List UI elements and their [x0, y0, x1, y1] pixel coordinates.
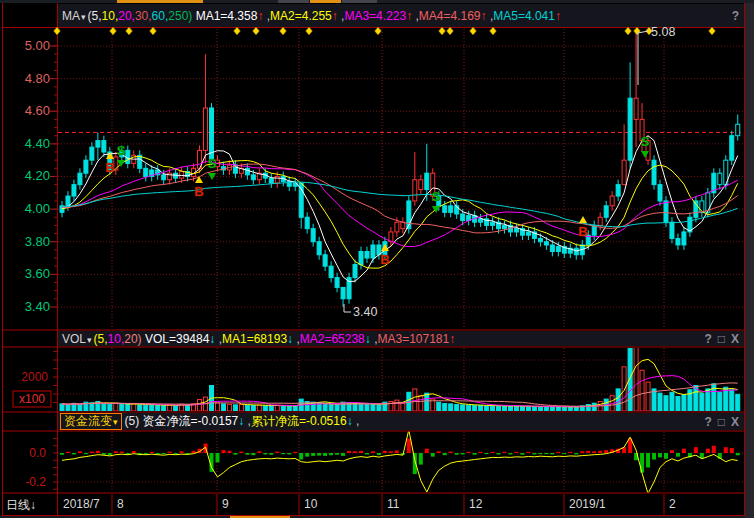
header-text-segment: , — [293, 332, 300, 346]
toolbar-edge-strip — [0, 0, 754, 3]
svg-text:0.0: 0.0 — [29, 446, 46, 460]
time-axis-label: 2018/7 — [63, 497, 100, 511]
time-axis-label: 8 — [117, 497, 124, 511]
moneyflow-selector-button[interactable]: 资金流变▾ — [60, 413, 122, 430]
maximize-icon[interactable]: □ — [718, 415, 725, 429]
toolbar-edge-segment — [117, 0, 203, 3]
ma-values-text: (5,10,20,30,60,250) MA1=4.358↑ ,MA2=4.25… — [88, 9, 561, 23]
header-text-segment: 10, — [108, 332, 125, 346]
header-text-segment: 10, — [102, 9, 119, 23]
moneyflow-indicator-header: 资金流变▾ (5) 资金净流=-0.0157↓ ,累计净流=-0.0516↓ ,… — [58, 413, 744, 430]
svg-text:4.20: 4.20 — [25, 168, 50, 183]
chevron-down-icon: ▾ — [87, 335, 92, 345]
header-text-segment: 20) — [124, 332, 145, 346]
time-axis-label: 12 — [469, 497, 482, 511]
help-icon[interactable]: ? — [704, 415, 711, 429]
main-indicator-header: MA▾ (5,10,20,30,60,250) MA1=4.358↑ ,MA2=… — [58, 4, 744, 27]
header-text-segment: (5, — [94, 332, 108, 346]
toolbar-edge-segment — [278, 0, 309, 3]
close-icon[interactable]: X — [731, 332, 739, 346]
toolbar-edge-segment — [310, 0, 341, 3]
buy-marker: B — [578, 224, 587, 239]
header-text-segment: 累计净流=-0.0516 — [251, 414, 347, 428]
toolbar-edge-segment — [342, 0, 377, 3]
arrow-down-icon: ↓ — [30, 498, 36, 512]
close-icon[interactable]: X — [731, 415, 739, 429]
moneyflow-values-text: (5) 资金净流=-0.0157↓ ,累计净流=-0.0516↓ , — [125, 413, 360, 430]
header-text-segment: VOL=39484 — [145, 332, 209, 346]
buy-marker: B — [380, 252, 389, 267]
header-text-segment: MA2=65238 — [300, 332, 365, 346]
header-text-segment: 20, — [118, 9, 135, 23]
header-text-segment: 250) — [168, 9, 195, 23]
svg-text:-0.2: -0.2 — [25, 475, 46, 489]
time-axis: 日线↓ 2018/7891011122019/12 — [0, 494, 754, 516]
chevron-down-icon: ▾ — [81, 12, 86, 22]
svg-text:4.80: 4.80 — [25, 71, 50, 86]
header-text-segment: MA4=4.169 — [419, 9, 481, 23]
svg-text:5.00: 5.00 — [25, 38, 50, 53]
svg-text:3.40: 3.40 — [25, 299, 50, 314]
header-text-segment: ↑ — [449, 332, 455, 346]
header-text-segment: 60, — [152, 9, 169, 23]
svg-text:4.40: 4.40 — [25, 136, 50, 151]
header-text-segment: (5, — [88, 9, 102, 23]
sell-marker: S — [208, 156, 217, 171]
price-annotation: 5.08 — [651, 25, 675, 39]
header-text-segment: , — [353, 414, 360, 428]
period-selector[interactable]: 日线↓ — [6, 497, 36, 514]
svg-text:2000: 2000 — [21, 370, 48, 384]
header-text-segment: MA1=68193 — [222, 332, 287, 346]
svg-text:3.80: 3.80 — [25, 234, 50, 249]
header-text-segment: , — [412, 9, 419, 23]
svg-text:3.60: 3.60 — [25, 266, 50, 281]
time-axis-label: 2019/1 — [569, 497, 606, 511]
buy-marker: B — [105, 160, 114, 175]
header-text-segment: , — [244, 414, 251, 428]
header-text-segment: 资金净流=-0.0157 — [143, 414, 239, 428]
sell-marker: S — [117, 143, 126, 158]
header-text-segment: 30, — [135, 9, 152, 23]
help-icon[interactable]: ? — [704, 332, 711, 346]
maximize-icon[interactable]: □ — [718, 332, 725, 346]
header-text-segment: (5) — [125, 414, 143, 428]
svg-text:4.60: 4.60 — [25, 103, 50, 118]
chevron-down-icon: ▾ — [113, 417, 118, 427]
sell-marker: S — [432, 189, 441, 204]
time-axis-label: 9 — [222, 497, 229, 511]
svg-text:x100: x100 — [19, 392, 45, 406]
help-icon[interactable]: ? — [732, 9, 739, 23]
time-axis-label: 11 — [387, 497, 399, 511]
header-text-segment: MA1=4.358 — [196, 9, 258, 23]
header-text-segment: , — [215, 332, 222, 346]
price-annotation: 3.40 — [353, 305, 377, 319]
header-text-segment: MA3=107181 — [377, 332, 449, 346]
buy-marker: B — [194, 184, 203, 199]
sell-marker: S — [641, 134, 650, 149]
ma-indicator-dropdown[interactable]: MA▾ — [62, 9, 86, 23]
header-text-segment: MA2=4.255 — [270, 9, 332, 23]
volume-indicator-header: VOL▾ (5,10,20) VOL=39484↓ ,MA1=68193↓ ,M… — [58, 331, 744, 346]
time-axis-label: 10 — [304, 497, 317, 511]
header-text-segment: MA3=4.223 — [344, 9, 406, 23]
vol-values-text: (5,10,20) VOL=39484↓ ,MA1=68193↓ ,MA2=65… — [94, 332, 456, 346]
stock-chart-window: 5.004.804.604.404.204.003.803.603.402000… — [0, 0, 754, 518]
header-text-segment: MA5=4.041 — [493, 9, 555, 23]
time-axis-label: 2 — [669, 497, 676, 511]
svg-text:4.00: 4.00 — [25, 201, 50, 216]
vol-indicator-dropdown[interactable]: VOL▾ — [62, 332, 92, 346]
chart-canvas[interactable]: 5.004.804.604.404.204.003.803.603.402000… — [0, 0, 754, 518]
header-text-segment: ↑ — [555, 9, 561, 23]
